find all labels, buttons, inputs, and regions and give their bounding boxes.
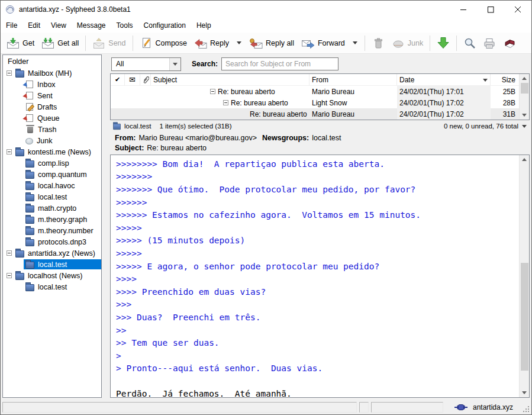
folder-tree-item[interactable]: Mailbox (MH): [3, 67, 101, 79]
menu-item[interactable]: File: [1, 20, 22, 31]
send-button[interactable]: Send: [89, 36, 129, 51]
next-unread-button[interactable]: [433, 35, 453, 51]
message-body-line: >>>>>> Estamos no cafezinho agora. Volta…: [116, 208, 519, 221]
folder-icon: [15, 250, 24, 258]
minimize-button[interactable]: [450, 1, 477, 18]
address-book-button[interactable]: [499, 36, 520, 51]
folder-icon: [25, 228, 34, 235]
folder-tree-item[interactable]: comp.lisp: [3, 157, 101, 169]
message-list-scrollbar[interactable]: [519, 74, 529, 120]
folder-label: Junk: [37, 137, 52, 145]
folder-tree-item[interactable]: local.test: [3, 191, 101, 202]
scrollbar-thumb[interactable]: [521, 83, 528, 94]
folder-tree-item[interactable]: m.theory.graph: [3, 214, 101, 225]
reply-button[interactable]: Reply: [191, 36, 233, 51]
scroll-down-icon[interactable]: [520, 388, 530, 397]
attachment-column-header[interactable]: [140, 74, 151, 85]
reply-dropdown-button[interactable]: [233, 37, 246, 49]
newsgroups-value: local.test: [312, 134, 341, 142]
menu-item[interactable]: Edit: [22, 20, 46, 31]
get-all-button[interactable]: Get all: [38, 36, 82, 51]
folder-tree-item[interactable]: m.theory.number: [3, 225, 101, 236]
resize-grip[interactable]: [523, 406, 530, 413]
menu-item[interactable]: Tools: [111, 20, 138, 31]
folder-tree-item[interactable]: local.test: [3, 259, 101, 270]
size-column-header[interactable]: Size: [491, 74, 519, 85]
folder-icon: [25, 172, 34, 179]
message-from: Mario Bureau: [309, 86, 397, 97]
message-body-line: > Pronto---aqui está senhor. Duas vias.: [116, 362, 519, 375]
compose-button[interactable]: Compose: [136, 35, 191, 51]
folder-tree-item[interactable]: Junk: [3, 135, 101, 146]
tree-expander-icon[interactable]: [7, 273, 12, 278]
scrollbar-thumb[interactable]: [521, 263, 528, 371]
folder-tree-item[interactable]: comp.quantum: [3, 169, 101, 180]
folder-tree-item[interactable]: protocols.dnp3: [3, 236, 101, 247]
tree-expander-icon[interactable]: [7, 250, 12, 256]
menu-item[interactable]: Message: [72, 20, 111, 31]
forward-dropdown-button[interactable]: [349, 37, 362, 49]
counts-dropdown-icon[interactable]: [518, 123, 530, 130]
folder-tree-item[interactable]: Sent: [3, 90, 101, 101]
date-column-header[interactable]: Date: [397, 74, 491, 85]
filter-dropdown[interactable]: All: [111, 57, 181, 71]
folder-icon: [15, 149, 24, 156]
message-body[interactable]: >>>>>>>> Bom dia! A repartiçao publica e…: [111, 155, 519, 397]
menu-item[interactable]: View: [46, 20, 72, 31]
folder-tree-item[interactable]: kontesti.me (News): [3, 146, 101, 157]
from-column-header[interactable]: From: [309, 74, 397, 85]
scroll-up-icon[interactable]: [520, 155, 530, 164]
message-row[interactable]: Re: bureau aberto Light Snow 24/02/01(Th…: [111, 97, 519, 108]
folder-tree-item[interactable]: local.test: [3, 281, 101, 292]
message-row[interactable]: Re: bureau aberto Mario Bureau 24/02/01(…: [111, 86, 519, 97]
flag-column-header[interactable]: ✔: [111, 74, 125, 85]
message-body-line: >>>>>>>: [116, 170, 519, 184]
folder-tree-item[interactable]: Queue: [3, 112, 101, 124]
close-button[interactable]: [504, 1, 531, 18]
message-row[interactable]: Re: bureau aberto Mario Bureau 24/02/01(…: [111, 108, 519, 120]
menu-item[interactable]: Configuration: [138, 20, 191, 31]
folder-tree-item[interactable]: local.havoc: [3, 180, 101, 191]
mark-column-header[interactable]: ✉: [125, 74, 140, 85]
folder-tree-item[interactable]: Drafts: [3, 101, 101, 112]
search-button[interactable]: [460, 36, 479, 51]
junk-button[interactable]: Junk: [388, 36, 427, 51]
selection-summary: 1 item(s) selected (31B): [159, 123, 231, 130]
thread-expander-icon[interactable]: [210, 89, 215, 94]
scroll-down-icon[interactable]: [520, 111, 530, 120]
from-label: From:: [115, 134, 136, 142]
folder-tree-item[interactable]: Inbox: [3, 79, 101, 90]
folder-tree-item[interactable]: Trash: [3, 124, 101, 135]
pane-splitter[interactable]: [102, 54, 110, 398]
get-button[interactable]: Get: [3, 36, 38, 51]
tree-expander-icon[interactable]: [7, 149, 12, 155]
folder-icon: [25, 194, 34, 201]
chevron-down-icon: [353, 41, 357, 47]
menu-item[interactable]: Help: [191, 20, 217, 31]
folder-label: Sent: [37, 92, 53, 100]
folder-label: localhost (News): [28, 272, 82, 280]
message-body-line: >>>>>>> Que ótimo. Pode protocolar meu p…: [116, 183, 519, 196]
message-counts: 0 new, 0 unread, 76 total: [444, 123, 518, 130]
toolbar: Get Get all Send Compose: [1, 33, 531, 54]
forward-icon: [301, 37, 315, 49]
trash-icon: [372, 37, 385, 49]
thread-expander-icon[interactable]: [223, 100, 228, 105]
subject-column-header[interactable]: Subject: [151, 74, 309, 85]
folder-tree-item[interactable]: math.crypto: [3, 202, 101, 214]
forward-button[interactable]: Forward: [298, 36, 349, 51]
folder-tree-item[interactable]: antartida.xyz (News): [3, 247, 101, 259]
print-button[interactable]: [479, 36, 499, 51]
tree-expander-icon[interactable]: [7, 70, 12, 76]
message-pane: All Search: ✔ ✉: [110, 54, 530, 398]
message-body-scrollbar[interactable]: [519, 155, 529, 397]
reply-all-button[interactable]: Reply all: [246, 36, 298, 51]
maximize-button[interactable]: [477, 1, 504, 18]
folder-label: Mailbox (MH): [28, 69, 72, 78]
scroll-up-icon[interactable]: [520, 74, 530, 83]
reply-icon: [194, 37, 207, 49]
search-input[interactable]: [221, 57, 338, 70]
folder-tree-item[interactable]: localhost (News): [3, 270, 101, 281]
account-selector[interactable]: antartida.xyz: [446, 403, 520, 411]
delete-button[interactable]: [368, 36, 388, 51]
